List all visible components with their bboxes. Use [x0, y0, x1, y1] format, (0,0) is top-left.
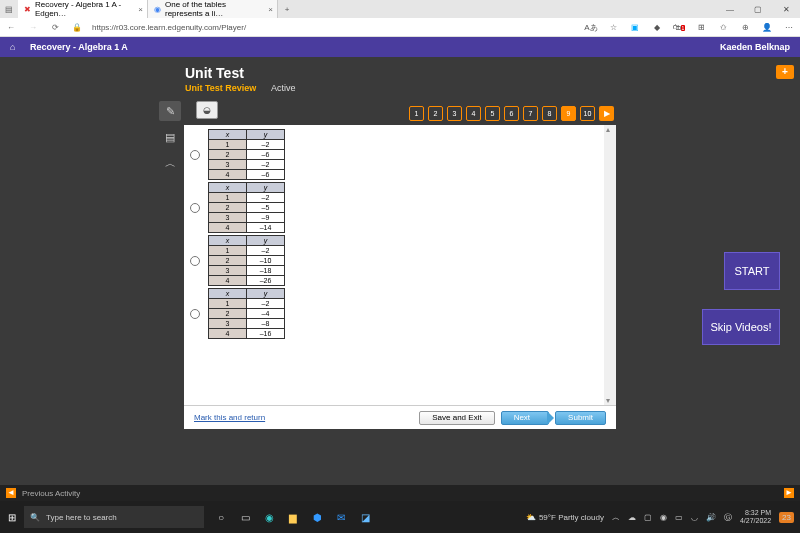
add-button[interactable]: + — [776, 65, 794, 79]
question-nav-5[interactable]: 5 — [485, 106, 500, 121]
onedrive-icon[interactable]: ☁ — [628, 513, 636, 522]
extensions-icon[interactable]: ⊞ — [694, 23, 708, 32]
mark-return-link[interactable]: Mark this and return — [194, 413, 265, 422]
question-nav-7[interactable]: 7 — [523, 106, 538, 121]
answer-table-4: xy1–22–43–84–16 — [208, 288, 285, 339]
tab-title: Recovery - Algebra 1 A - Edgen… — [35, 0, 129, 18]
taskbar-search[interactable]: 🔍 Type here to search — [24, 506, 204, 528]
edge-icon[interactable]: ◉ — [262, 512, 276, 523]
pencil-icon[interactable]: ✎ — [159, 101, 181, 121]
browser-tab-1[interactable]: ✖ Recovery - Algebra 1 A - Edgen… × — [18, 0, 148, 18]
next-activity-arrow[interactable]: ► — [784, 488, 794, 498]
answer-option-1[interactable]: xy1–22–63–24–6 — [190, 129, 616, 180]
maximize-button[interactable]: ▢ — [744, 5, 772, 14]
refresh-button[interactable]: ⟳ — [48, 23, 62, 32]
submit-button[interactable]: Submit — [555, 411, 606, 425]
meet-now-icon[interactable]: ▢ — [644, 513, 652, 522]
browser-tab-2[interactable]: ◉ One of the tables represents a li… × — [148, 0, 278, 18]
question-nav-2[interactable]: 2 — [428, 106, 443, 121]
windows-taskbar: ⊞ 🔍 Type here to search ○ ▭ ◉ ▆ ⬢ ✉ ◪ ⛅ … — [0, 501, 800, 533]
volume-icon[interactable]: 🔊 — [706, 513, 716, 522]
store-icon[interactable]: ⬢ — [310, 512, 324, 523]
menu-icon[interactable]: ⋯ — [782, 23, 796, 32]
next-button[interactable]: Next — [501, 411, 549, 425]
answer-radio-1[interactable] — [190, 150, 200, 160]
app-header: ⌂ Recovery - Algebra 1 A Kaeden Belknap — [0, 37, 800, 57]
answer-option-4[interactable]: xy1–22–43–84–16 — [190, 288, 616, 339]
question-nav-next[interactable]: ▶ — [599, 106, 614, 121]
language-icon[interactable]: Ⓖ — [724, 512, 732, 523]
scrollbar[interactable] — [604, 125, 616, 405]
panel-footer: Mark this and return Save and Exit Next … — [184, 405, 616, 429]
breadcrumb[interactable]: Recovery - Algebra 1 A — [30, 42, 128, 52]
tab-title: One of the tables represents a li… — [165, 0, 259, 18]
question-panel: xy1–22–63–24–6xy1–22–53–94–14xy1–22–103–… — [184, 125, 616, 429]
taskbar-clock[interactable]: 8:32 PM 4/27/2022 — [740, 509, 771, 524]
back-button[interactable]: ← — [4, 23, 18, 32]
collections-icon[interactable]: ⊕ — [738, 23, 752, 32]
ext-dark-icon[interactable]: ◆ — [650, 23, 664, 32]
weather-widget[interactable]: ⛅ 59°F Partly cloudy — [526, 513, 604, 522]
read-aloud-icon[interactable]: Aあ — [584, 22, 598, 33]
tool-rail: ✎ ▤ ︿ — [158, 101, 182, 173]
forward-button: → — [26, 23, 40, 32]
eraser-icon[interactable]: ◒ — [196, 101, 218, 119]
close-window-button[interactable]: ✕ — [772, 5, 800, 14]
lesson-title-block: Unit Test Unit Test Review Active — [185, 65, 295, 93]
notifications-icon[interactable]: 23 — [779, 512, 794, 523]
skip-videos-button[interactable]: Skip Videos! — [702, 309, 780, 345]
address-bar[interactable]: https://r03.core.learn.edgenuity.com/Pla… — [92, 23, 576, 32]
collapse-icon[interactable]: ︿ — [159, 153, 181, 173]
answer-option-2[interactable]: xy1–22–53–94–14 — [190, 182, 616, 233]
mail-icon[interactable]: ✉ — [334, 512, 348, 523]
subtitle-review: Unit Test Review — [185, 83, 256, 93]
question-nav-10[interactable]: 10 — [580, 106, 595, 121]
task-view-icon[interactable]: ▭ — [238, 512, 252, 523]
subtitle-active: Active — [271, 83, 296, 93]
favorites-icon[interactable]: ✩ — [716, 23, 730, 32]
student-name: Kaeden Belknap — [720, 42, 790, 52]
answer-table-2: xy1–22–53–94–14 — [208, 182, 285, 233]
ext-blue-icon[interactable]: ▣ — [628, 23, 642, 32]
tab-favicon: ◉ — [154, 5, 161, 14]
start-button[interactable]: START — [724, 252, 780, 290]
profile-icon[interactable]: 👤 — [760, 23, 774, 32]
answer-option-3[interactable]: xy1–22–103–184–26 — [190, 235, 616, 286]
question-nav-3[interactable]: 3 — [447, 106, 462, 121]
cortana-icon[interactable]: ○ — [214, 512, 228, 523]
app-icon[interactable]: ◪ — [358, 512, 372, 523]
close-icon[interactable]: × — [138, 5, 143, 14]
tab-favicon: ✖ — [24, 5, 31, 14]
home-icon[interactable]: ⌂ — [10, 42, 24, 52]
question-nav-6[interactable]: 6 — [504, 106, 519, 121]
answer-radio-2[interactable] — [190, 203, 200, 213]
location-icon[interactable]: ◉ — [660, 513, 667, 522]
wifi-icon[interactable]: ◡ — [691, 513, 698, 522]
tab-actions-icon[interactable]: ▤ — [0, 5, 18, 14]
question-nav-9[interactable]: 9 — [561, 106, 576, 121]
question-nav-8[interactable]: 8 — [542, 106, 557, 121]
save-exit-button[interactable]: Save and Exit — [419, 411, 494, 425]
answer-radio-3[interactable] — [190, 256, 200, 266]
prev-activity-label[interactable]: Previous Activity — [22, 489, 80, 498]
search-icon: 🔍 — [30, 513, 40, 522]
browser-toolbar: ← → ⟳ 🔒 https://r03.core.learn.edgenuity… — [0, 18, 800, 37]
explorer-icon[interactable]: ▆ — [286, 512, 300, 523]
search-placeholder: Type here to search — [46, 513, 117, 522]
answer-table-1: xy1–22–63–24–6 — [208, 129, 285, 180]
answer-radio-4[interactable] — [190, 309, 200, 319]
new-tab-button[interactable]: + — [278, 5, 296, 14]
note-icon[interactable]: ▤ — [159, 127, 181, 147]
battery-icon[interactable]: ▭ — [675, 513, 683, 522]
tray-chevron-icon[interactable]: ︿ — [612, 512, 620, 523]
question-nav-1[interactable]: 1 — [409, 106, 424, 121]
favorite-icon[interactable]: ☆ — [606, 23, 620, 32]
minimize-button[interactable]: — — [716, 5, 744, 14]
close-icon[interactable]: × — [268, 5, 273, 14]
start-menu-button[interactable]: ⊞ — [0, 512, 24, 523]
shopping-icon[interactable]: 🛍1 — [672, 23, 686, 32]
lock-icon: 🔒 — [70, 23, 84, 32]
prev-activity-arrow[interactable]: ◄ — [6, 488, 16, 498]
workspace: + Unit Test Unit Test Review Active ✎ ▤ … — [0, 57, 800, 501]
question-nav-4[interactable]: 4 — [466, 106, 481, 121]
